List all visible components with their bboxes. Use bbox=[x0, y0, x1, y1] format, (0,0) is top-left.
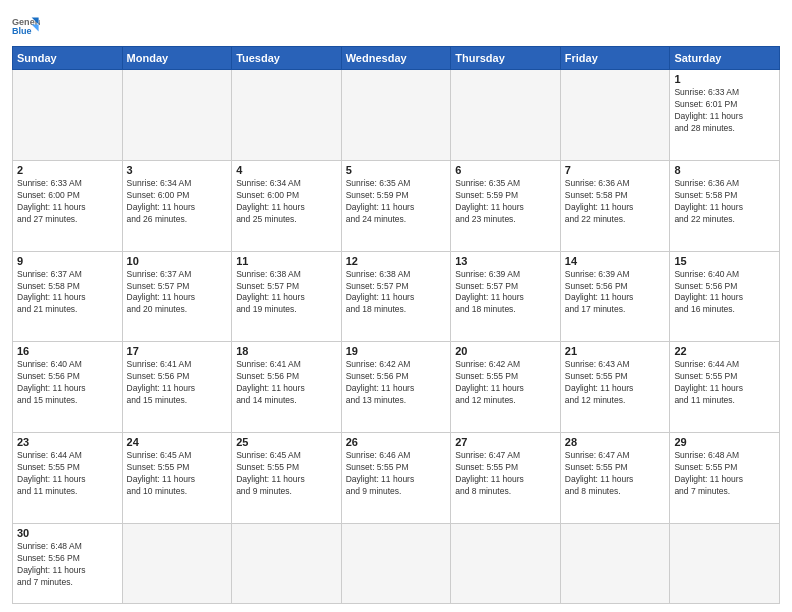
day-number: 20 bbox=[455, 345, 556, 357]
day-number: 1 bbox=[674, 73, 775, 85]
day-info: Sunrise: 6:45 AMSunset: 5:55 PMDaylight:… bbox=[127, 450, 228, 498]
calendar-cell: 24Sunrise: 6:45 AMSunset: 5:55 PMDayligh… bbox=[122, 433, 232, 524]
weekday-header: Wednesday bbox=[341, 47, 451, 70]
calendar-cell: 14Sunrise: 6:39 AMSunset: 5:56 PMDayligh… bbox=[560, 251, 670, 342]
day-info: Sunrise: 6:40 AMSunset: 5:56 PMDaylight:… bbox=[17, 359, 118, 407]
day-info: Sunrise: 6:42 AMSunset: 5:55 PMDaylight:… bbox=[455, 359, 556, 407]
calendar-cell: 9Sunrise: 6:37 AMSunset: 5:58 PMDaylight… bbox=[13, 251, 123, 342]
weekday-header: Tuesday bbox=[232, 47, 342, 70]
day-number: 26 bbox=[346, 436, 447, 448]
calendar-cell bbox=[13, 70, 123, 161]
calendar-cell: 2Sunrise: 6:33 AMSunset: 6:00 PMDaylight… bbox=[13, 160, 123, 251]
day-info: Sunrise: 6:44 AMSunset: 5:55 PMDaylight:… bbox=[17, 450, 118, 498]
svg-text:Blue: Blue bbox=[12, 26, 32, 36]
day-number: 24 bbox=[127, 436, 228, 448]
day-info: Sunrise: 6:34 AMSunset: 6:00 PMDaylight:… bbox=[236, 178, 337, 226]
calendar-cell bbox=[560, 524, 670, 604]
day-number: 30 bbox=[17, 527, 118, 539]
day-number: 23 bbox=[17, 436, 118, 448]
calendar-cell: 17Sunrise: 6:41 AMSunset: 5:56 PMDayligh… bbox=[122, 342, 232, 433]
day-number: 8 bbox=[674, 164, 775, 176]
day-number: 29 bbox=[674, 436, 775, 448]
day-info: Sunrise: 6:46 AMSunset: 5:55 PMDaylight:… bbox=[346, 450, 447, 498]
day-info: Sunrise: 6:41 AMSunset: 5:56 PMDaylight:… bbox=[127, 359, 228, 407]
day-number: 12 bbox=[346, 255, 447, 267]
calendar-cell bbox=[451, 70, 561, 161]
day-number: 7 bbox=[565, 164, 666, 176]
weekday-header: Thursday bbox=[451, 47, 561, 70]
day-info: Sunrise: 6:38 AMSunset: 5:57 PMDaylight:… bbox=[346, 269, 447, 317]
calendar-cell: 30Sunrise: 6:48 AMSunset: 5:56 PMDayligh… bbox=[13, 524, 123, 604]
day-number: 11 bbox=[236, 255, 337, 267]
calendar-cell bbox=[560, 70, 670, 161]
calendar-week-row: 23Sunrise: 6:44 AMSunset: 5:55 PMDayligh… bbox=[13, 433, 780, 524]
calendar-cell: 23Sunrise: 6:44 AMSunset: 5:55 PMDayligh… bbox=[13, 433, 123, 524]
calendar-cell bbox=[232, 524, 342, 604]
calendar-cell bbox=[670, 524, 780, 604]
day-info: Sunrise: 6:48 AMSunset: 5:56 PMDaylight:… bbox=[17, 541, 118, 589]
calendar-cell: 15Sunrise: 6:40 AMSunset: 5:56 PMDayligh… bbox=[670, 251, 780, 342]
calendar-week-row: 1Sunrise: 6:33 AMSunset: 6:01 PMDaylight… bbox=[13, 70, 780, 161]
calendar-cell: 25Sunrise: 6:45 AMSunset: 5:55 PMDayligh… bbox=[232, 433, 342, 524]
day-info: Sunrise: 6:36 AMSunset: 5:58 PMDaylight:… bbox=[565, 178, 666, 226]
page: General Blue SundayMondayTuesdayWednesda… bbox=[0, 0, 792, 612]
calendar-cell: 27Sunrise: 6:47 AMSunset: 5:55 PMDayligh… bbox=[451, 433, 561, 524]
calendar-cell: 10Sunrise: 6:37 AMSunset: 5:57 PMDayligh… bbox=[122, 251, 232, 342]
day-info: Sunrise: 6:43 AMSunset: 5:55 PMDaylight:… bbox=[565, 359, 666, 407]
day-info: Sunrise: 6:36 AMSunset: 5:58 PMDaylight:… bbox=[674, 178, 775, 226]
weekday-header: Saturday bbox=[670, 47, 780, 70]
day-info: Sunrise: 6:40 AMSunset: 5:56 PMDaylight:… bbox=[674, 269, 775, 317]
weekday-header: Monday bbox=[122, 47, 232, 70]
calendar-cell: 5Sunrise: 6:35 AMSunset: 5:59 PMDaylight… bbox=[341, 160, 451, 251]
calendar-cell: 6Sunrise: 6:35 AMSunset: 5:59 PMDaylight… bbox=[451, 160, 561, 251]
day-number: 27 bbox=[455, 436, 556, 448]
day-info: Sunrise: 6:47 AMSunset: 5:55 PMDaylight:… bbox=[455, 450, 556, 498]
calendar-week-row: 2Sunrise: 6:33 AMSunset: 6:00 PMDaylight… bbox=[13, 160, 780, 251]
day-info: Sunrise: 6:33 AMSunset: 6:00 PMDaylight:… bbox=[17, 178, 118, 226]
calendar-cell bbox=[451, 524, 561, 604]
day-number: 21 bbox=[565, 345, 666, 357]
calendar-cell bbox=[341, 524, 451, 604]
day-number: 18 bbox=[236, 345, 337, 357]
calendar-cell: 29Sunrise: 6:48 AMSunset: 5:55 PMDayligh… bbox=[670, 433, 780, 524]
calendar-week-row: 16Sunrise: 6:40 AMSunset: 5:56 PMDayligh… bbox=[13, 342, 780, 433]
day-number: 4 bbox=[236, 164, 337, 176]
day-info: Sunrise: 6:37 AMSunset: 5:58 PMDaylight:… bbox=[17, 269, 118, 317]
day-info: Sunrise: 6:45 AMSunset: 5:55 PMDaylight:… bbox=[236, 450, 337, 498]
calendar-week-row: 9Sunrise: 6:37 AMSunset: 5:58 PMDaylight… bbox=[13, 251, 780, 342]
calendar-cell: 7Sunrise: 6:36 AMSunset: 5:58 PMDaylight… bbox=[560, 160, 670, 251]
day-info: Sunrise: 6:38 AMSunset: 5:57 PMDaylight:… bbox=[236, 269, 337, 317]
calendar-cell bbox=[122, 70, 232, 161]
weekday-header-row: SundayMondayTuesdayWednesdayThursdayFrid… bbox=[13, 47, 780, 70]
day-info: Sunrise: 6:33 AMSunset: 6:01 PMDaylight:… bbox=[674, 87, 775, 135]
day-number: 9 bbox=[17, 255, 118, 267]
calendar-cell: 3Sunrise: 6:34 AMSunset: 6:00 PMDaylight… bbox=[122, 160, 232, 251]
calendar-cell: 21Sunrise: 6:43 AMSunset: 5:55 PMDayligh… bbox=[560, 342, 670, 433]
calendar-cell bbox=[232, 70, 342, 161]
day-info: Sunrise: 6:47 AMSunset: 5:55 PMDaylight:… bbox=[565, 450, 666, 498]
day-number: 6 bbox=[455, 164, 556, 176]
weekday-header: Sunday bbox=[13, 47, 123, 70]
day-info: Sunrise: 6:34 AMSunset: 6:00 PMDaylight:… bbox=[127, 178, 228, 226]
calendar-cell bbox=[341, 70, 451, 161]
header: General Blue bbox=[12, 10, 780, 40]
logo-icon: General Blue bbox=[12, 12, 40, 40]
calendar-cell: 12Sunrise: 6:38 AMSunset: 5:57 PMDayligh… bbox=[341, 251, 451, 342]
calendar-cell: 8Sunrise: 6:36 AMSunset: 5:58 PMDaylight… bbox=[670, 160, 780, 251]
day-number: 14 bbox=[565, 255, 666, 267]
day-number: 10 bbox=[127, 255, 228, 267]
calendar-cell: 11Sunrise: 6:38 AMSunset: 5:57 PMDayligh… bbox=[232, 251, 342, 342]
calendar-cell: 13Sunrise: 6:39 AMSunset: 5:57 PMDayligh… bbox=[451, 251, 561, 342]
calendar-cell: 22Sunrise: 6:44 AMSunset: 5:55 PMDayligh… bbox=[670, 342, 780, 433]
calendar-cell: 19Sunrise: 6:42 AMSunset: 5:56 PMDayligh… bbox=[341, 342, 451, 433]
day-number: 19 bbox=[346, 345, 447, 357]
day-info: Sunrise: 6:37 AMSunset: 5:57 PMDaylight:… bbox=[127, 269, 228, 317]
day-number: 13 bbox=[455, 255, 556, 267]
day-number: 25 bbox=[236, 436, 337, 448]
day-number: 28 bbox=[565, 436, 666, 448]
day-info: Sunrise: 6:44 AMSunset: 5:55 PMDaylight:… bbox=[674, 359, 775, 407]
calendar-cell: 28Sunrise: 6:47 AMSunset: 5:55 PMDayligh… bbox=[560, 433, 670, 524]
calendar-week-row: 30Sunrise: 6:48 AMSunset: 5:56 PMDayligh… bbox=[13, 524, 780, 604]
day-number: 22 bbox=[674, 345, 775, 357]
calendar-cell: 4Sunrise: 6:34 AMSunset: 6:00 PMDaylight… bbox=[232, 160, 342, 251]
